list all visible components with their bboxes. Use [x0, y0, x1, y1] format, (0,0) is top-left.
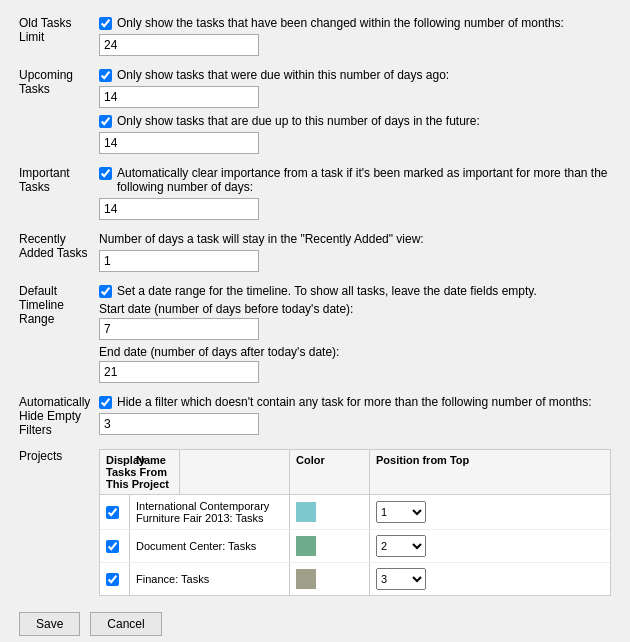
- project-0-color-cell: [290, 495, 370, 529]
- project-1-checkbox-cell: [100, 530, 130, 562]
- old-tasks-checkbox[interactable]: [99, 17, 112, 30]
- old-tasks-checkbox-row: Only show the tasks that have been chang…: [99, 16, 611, 30]
- upcoming-tasks-content: Only show tasks that were due within thi…: [95, 62, 615, 160]
- project-2-position-cell: 123: [370, 563, 490, 595]
- start-date-label: Start date (number of days before today'…: [99, 302, 611, 316]
- default-timeline-range-label: Default Timeline Range: [15, 278, 95, 389]
- project-0-position-cell: 123: [370, 495, 490, 529]
- projects-label: Projects: [15, 443, 95, 602]
- project-2-checkbox[interactable]: [106, 573, 119, 586]
- projects-content: Display Tasks From This Project Name Col…: [95, 443, 615, 602]
- project-1-color-cell: [290, 530, 370, 562]
- auto-hide-checkbox-row: Hide a filter which doesn't contain any …: [99, 395, 611, 409]
- header-position: Position from Top: [370, 450, 490, 494]
- project-0-checkbox-cell: [100, 495, 130, 529]
- upcoming-tasks-checkbox1-row: Only show tasks that were due within thi…: [99, 68, 611, 82]
- project-2-name: Finance: Tasks: [130, 563, 290, 595]
- recently-added-tasks-content: Number of days a task will stay in the "…: [95, 226, 615, 278]
- end-date-label: End date (number of days after today's d…: [99, 345, 611, 359]
- project-row-2: Finance: Tasks 123: [100, 563, 610, 595]
- important-tasks-content: Automatically clear importance from a ta…: [95, 160, 615, 226]
- project-1-color-swatch: [296, 536, 316, 556]
- settings-table: Old Tasks Limit Only show the tasks that…: [15, 10, 615, 602]
- project-0-color-swatch: [296, 502, 316, 522]
- projects-table: Display Tasks From This Project Name Col…: [99, 449, 611, 596]
- auto-hide-checkbox-label: Hide a filter which doesn't contain any …: [117, 395, 592, 409]
- important-tasks-checkbox-row: Automatically clear importance from a ta…: [99, 166, 611, 194]
- project-row-1: Document Center: Tasks 123: [100, 530, 610, 563]
- upcoming-tasks-input2[interactable]: [99, 132, 259, 154]
- timeline-checkbox-label: Set a date range for the timeline. To sh…: [117, 284, 537, 298]
- project-0-checkbox[interactable]: [106, 506, 119, 519]
- save-button[interactable]: Save: [19, 612, 80, 636]
- auto-hide-empty-filters-row: Automatically Hide Empty Filters Hide a …: [15, 389, 615, 443]
- old-tasks-limit-content: Only show the tasks that have been chang…: [95, 10, 615, 62]
- upcoming-tasks-checkbox2[interactable]: [99, 115, 112, 128]
- upcoming-tasks-input1[interactable]: [99, 86, 259, 108]
- upcoming-tasks-checkbox2-label: Only show tasks that are due up to this …: [117, 114, 480, 128]
- important-tasks-checkbox[interactable]: [99, 167, 112, 180]
- project-1-position-cell: 123: [370, 530, 490, 562]
- important-tasks-label: Important Tasks: [15, 160, 95, 226]
- project-2-color-cell: [290, 563, 370, 595]
- auto-hide-empty-filters-content: Hide a filter which doesn't contain any …: [95, 389, 615, 443]
- important-tasks-row: Important Tasks Automatically clear impo…: [15, 160, 615, 226]
- project-1-checkbox[interactable]: [106, 540, 119, 553]
- old-tasks-limit-label: Old Tasks Limit: [15, 10, 95, 62]
- projects-header: Display Tasks From This Project Name Col…: [100, 450, 610, 495]
- upcoming-tasks-checkbox1-label: Only show tasks that were due within thi…: [117, 68, 449, 82]
- timeline-checkbox[interactable]: [99, 285, 112, 298]
- cancel-button[interactable]: Cancel: [90, 612, 161, 636]
- upcoming-tasks-checkbox2-row: Only show tasks that are due up to this …: [99, 114, 611, 128]
- important-tasks-input[interactable]: [99, 198, 259, 220]
- settings-container: Old Tasks Limit Only show the tasks that…: [0, 0, 630, 642]
- old-tasks-input[interactable]: [99, 34, 259, 56]
- project-2-checkbox-cell: [100, 563, 130, 595]
- end-date-input[interactable]: [99, 361, 259, 383]
- important-tasks-checkbox-label: Automatically clear importance from a ta…: [117, 166, 611, 194]
- recently-added-tasks-label: Recently Added Tasks: [15, 226, 95, 278]
- recently-added-description: Number of days a task will stay in the "…: [99, 232, 611, 246]
- auto-hide-checkbox[interactable]: [99, 396, 112, 409]
- upcoming-tasks-checkbox1[interactable]: [99, 69, 112, 82]
- default-timeline-range-row: Default Timeline Range Set a date range …: [15, 278, 615, 389]
- project-row-0: International Contemporary Furniture Fai…: [100, 495, 610, 530]
- old-tasks-checkbox-label: Only show the tasks that have been chang…: [117, 16, 564, 30]
- auto-hide-empty-filters-label: Automatically Hide Empty Filters: [15, 389, 95, 443]
- upcoming-tasks-label: Upcoming Tasks: [15, 62, 95, 160]
- recently-added-tasks-row: Recently Added Tasks Number of days a ta…: [15, 226, 615, 278]
- header-name: Name: [130, 450, 290, 494]
- upcoming-tasks-row: Upcoming Tasks Only show tasks that were…: [15, 62, 615, 160]
- start-date-input[interactable]: [99, 318, 259, 340]
- auto-hide-input[interactable]: [99, 413, 259, 435]
- header-color: Color: [290, 450, 370, 494]
- project-0-position-select[interactable]: 123: [376, 501, 426, 523]
- old-tasks-limit-row: Old Tasks Limit Only show the tasks that…: [15, 10, 615, 62]
- project-0-name: International Contemporary Furniture Fai…: [130, 495, 290, 529]
- project-2-position-select[interactable]: 123: [376, 568, 426, 590]
- projects-row: Projects Display Tasks From This Project…: [15, 443, 615, 602]
- project-1-name: Document Center: Tasks: [130, 530, 290, 562]
- default-timeline-range-content: Set a date range for the timeline. To sh…: [95, 278, 615, 389]
- recently-added-input[interactable]: [99, 250, 259, 272]
- project-1-position-select[interactable]: 123: [376, 535, 426, 557]
- footer-buttons: Save Cancel: [15, 602, 615, 642]
- project-2-color-swatch: [296, 569, 316, 589]
- timeline-checkbox-row: Set a date range for the timeline. To sh…: [99, 284, 611, 298]
